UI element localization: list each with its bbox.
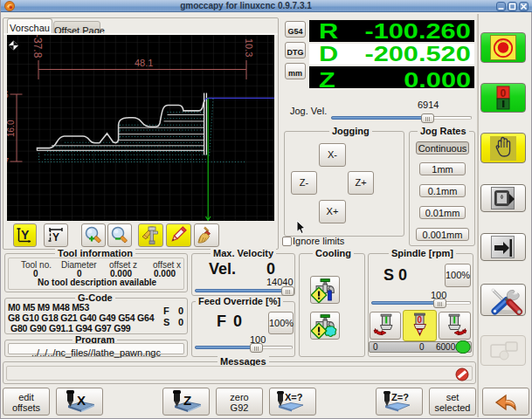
- svg-text:0: 0: [501, 87, 507, 100]
- svg-text:0: 0: [418, 315, 423, 325]
- svg-text:Y: Y: [52, 231, 59, 244]
- svg-text:16.0: 16.0: [7, 120, 16, 137]
- svg-text:X=?: X=?: [285, 392, 303, 402]
- svg-text:Z=?: Z=?: [391, 392, 409, 402]
- svg-text:48.1: 48.1: [135, 58, 153, 68]
- svg-text:Z: Z: [183, 393, 191, 408]
- svg-text:X: X: [77, 393, 86, 408]
- svg-text:10.3: 10.3: [244, 38, 254, 57]
- svg-text:-37.8: -37.8: [31, 35, 44, 58]
- svg-text:Y: Y: [21, 228, 30, 242]
